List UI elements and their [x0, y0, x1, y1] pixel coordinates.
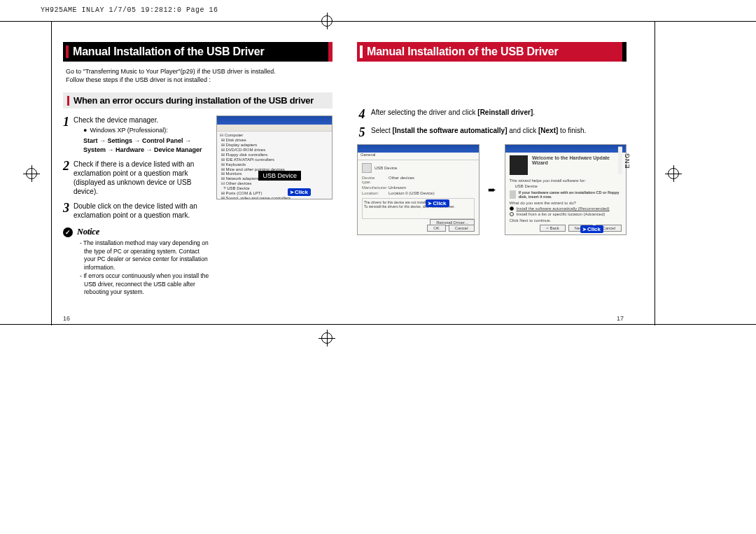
- window-titlebar: [505, 145, 626, 153]
- intro-line: Follow these steps if the USB driver is …: [66, 76, 332, 84]
- page-title-bar: Manual Installation of the USB Driver: [63, 42, 332, 62]
- notice-heading: ✓ Notice: [63, 227, 211, 237]
- step-text: Double click on the device listed with a…: [74, 202, 211, 220]
- step-number: 4: [357, 108, 367, 120]
- page-title: Manual Installation of the USB Driver: [73, 45, 265, 58]
- page-title-bar: Manual Installation of the USB Driver: [357, 42, 626, 62]
- step-text: Check if there is a device listed with a…: [74, 160, 211, 196]
- wizard-option-manual[interactable]: Install from a list or specific location…: [510, 212, 622, 216]
- section-heading: When an error occurs during installation…: [63, 92, 332, 108]
- cd-icon: [510, 190, 516, 199]
- page-17: Manual Installation of the USB Driver 4 …: [357, 42, 626, 322]
- step-5: 5 Select [Install the software automatic…: [357, 126, 626, 139]
- notice-item: - The installation method may vary depen…: [80, 239, 211, 272]
- title-endcap: [622, 42, 626, 62]
- step-text: After selecting the driver and click [Re…: [371, 108, 535, 120]
- crop-mark: [0, 21, 756, 22]
- step-text: Check the device manager.: [74, 116, 158, 124]
- click-badge: Click: [580, 225, 603, 233]
- notice-item: - If errors occur continuously when you …: [80, 272, 211, 296]
- registration-mark: [665, 165, 682, 182]
- window-titlebar: [358, 145, 479, 153]
- notice-icon: ✓: [63, 227, 73, 237]
- step-2: 2 Check if there is a device listed with…: [63, 160, 211, 196]
- crop-mark: [654, 21, 655, 325]
- click-badge: Click: [426, 199, 449, 207]
- intro-text: Go to "Transferring Music to Your Player…: [66, 67, 332, 84]
- click-badge: Click: [288, 188, 311, 196]
- crop-mark: [0, 324, 756, 325]
- registration-mark: [23, 165, 40, 182]
- section-heading-text: When an error occurs during installation…: [74, 95, 314, 106]
- wizard-welcome: Welcome to the Hardware Update Wizard: [532, 155, 622, 177]
- intro-line: Go to "Transferring Music to Your Player…: [66, 67, 332, 76]
- step-number: 3: [63, 202, 69, 220]
- device-tree: ⊟ Computer ⊞ Disk drives ⊞ Display adapt…: [217, 132, 332, 199]
- section-accent: [67, 96, 69, 106]
- device-icon: [362, 163, 372, 173]
- step-1: 1 Check the device manager. ●Windows XP …: [63, 115, 211, 154]
- notice-list: - The installation method may vary depen…: [80, 239, 211, 296]
- print-sheet: YH925AME INLAY 1/7/05 19:2812:0 Page 16 …: [0, 0, 756, 534]
- page-number: 16: [63, 315, 70, 322]
- notice-label: Notice: [77, 227, 99, 237]
- step-3: 3 Double click on the device listed with…: [63, 202, 211, 220]
- wizard-icon: [510, 155, 528, 175]
- screenshot-device-properties: General USB Device Device type:Other dev…: [357, 144, 479, 235]
- crop-mark: [51, 21, 52, 325]
- device-name: USB Device: [374, 166, 397, 170]
- back-button[interactable]: < Back: [540, 225, 566, 232]
- screenshot-hardware-wizard: Welcome to the Hardware Update Wizard Th…: [505, 144, 627, 235]
- step-sub: ●Windows XP (Professional):: [83, 127, 211, 135]
- flow-arrow-icon: ➨: [488, 184, 496, 195]
- page-16: Manual Installation of the USB Driver Go…: [63, 42, 332, 322]
- registration-mark: [318, 13, 335, 29]
- cancel-button[interactable]: Cancel: [449, 225, 475, 232]
- step-number: 2: [63, 160, 69, 196]
- ok-button[interactable]: OK: [427, 225, 446, 232]
- step-4: 4 After selecting the driver and click […: [357, 108, 626, 120]
- step-number: 5: [357, 126, 367, 139]
- properties-tab: General: [358, 153, 479, 160]
- device-status-box: The drivers for this device are not inst…: [362, 198, 475, 219]
- usb-device-callout: USB Device: [258, 171, 301, 181]
- title-accent: [360, 45, 363, 58]
- step-text: Select [Install the software automatical…: [371, 126, 586, 139]
- step-number: 1: [63, 115, 69, 154]
- page-title: Manual Installation of the USB Driver: [367, 45, 559, 58]
- imposition-header: YH925AME INLAY 1/7/05 19:2812:0 Page 16: [41, 6, 218, 14]
- title-accent: [66, 45, 69, 58]
- window-titlebar: [217, 116, 332, 125]
- page-number: 17: [617, 315, 624, 322]
- registration-mark: [318, 330, 335, 346]
- window-toolbar: [217, 125, 332, 132]
- language-tab: ENG: [618, 147, 632, 174]
- wizard-option-auto[interactable]: Install the software automatically (Reco…: [510, 206, 622, 211]
- title-endcap: [328, 42, 332, 62]
- nav-path: Start → Settings → Control Panel → Syste…: [83, 136, 211, 154]
- screenshot-device-manager: ⊟ Computer ⊞ Disk drives ⊞ Display adapt…: [216, 115, 332, 199]
